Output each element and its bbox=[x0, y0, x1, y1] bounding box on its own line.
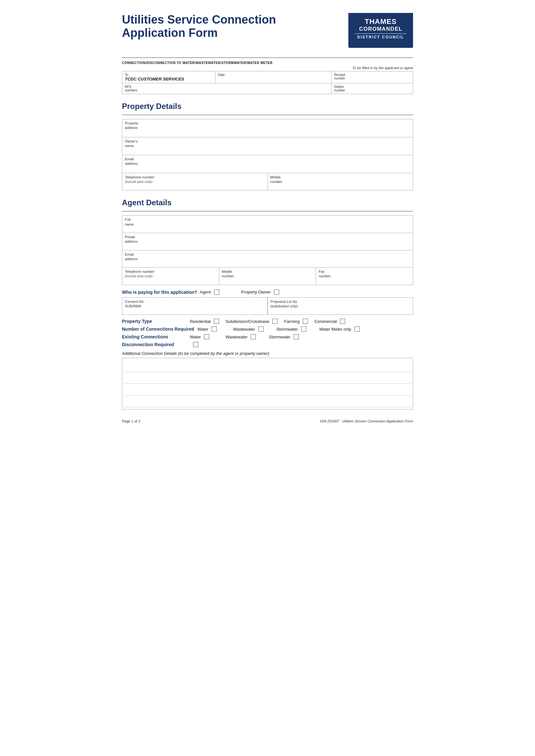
filled-by-note: To be filled in by the applicant or agen… bbox=[122, 66, 413, 70]
residential-checkbox[interactable] bbox=[214, 319, 219, 324]
to-label: To bbox=[125, 73, 212, 77]
property-owner-payer-item: Property Owner bbox=[241, 290, 279, 295]
mobile-input[interactable] bbox=[270, 184, 410, 188]
property-details-heading: Property Details bbox=[122, 102, 413, 111]
connections-required-row: Number of Connections Required Water Was… bbox=[122, 326, 413, 332]
conn-stormwater-label: Stormwater bbox=[276, 327, 298, 332]
exist-stormwater-item: Stormwater bbox=[269, 334, 298, 339]
paying-row: Who is paying for this application? Agen… bbox=[122, 290, 413, 295]
agent-mobile-label: Mobilenumber bbox=[222, 270, 234, 278]
exist-wastewater-label: Wastewater bbox=[225, 335, 247, 339]
page-title: Utilities Service Connection Application… bbox=[122, 13, 276, 40]
exist-stormwater-checkbox[interactable] bbox=[294, 334, 299, 339]
telephone-input[interactable] bbox=[125, 184, 265, 188]
top-divider bbox=[122, 58, 413, 58]
existing-connections-label: Existing Connections bbox=[122, 334, 187, 339]
residential-item: Residential bbox=[190, 319, 219, 324]
owners-name-input[interactable] bbox=[125, 149, 410, 153]
proposed-lot-input[interactable] bbox=[270, 308, 410, 313]
date-label: Date bbox=[218, 73, 329, 77]
exist-water-checkbox[interactable] bbox=[204, 334, 209, 339]
mobile-cell: Mobilenumber bbox=[268, 173, 413, 190]
agent-telephone-input[interactable] bbox=[125, 279, 216, 283]
additional-line-1 bbox=[124, 360, 411, 372]
farming-item: Farming bbox=[284, 319, 308, 324]
full-name-cell: Fullname bbox=[122, 216, 413, 233]
commercial-label: Commercial bbox=[314, 319, 337, 324]
property-address-input[interactable] bbox=[125, 131, 410, 135]
title-line1: Utilities Service Connection bbox=[122, 13, 276, 26]
consent-row: Consent NoSUB/RMA Proposed Lot No(subdiv… bbox=[122, 297, 413, 315]
agent-email-label: Emailaddress bbox=[125, 253, 137, 261]
agent-fax-cell: Faxnumber bbox=[316, 268, 413, 285]
agent-fax-input[interactable] bbox=[319, 279, 410, 283]
agent-details-heading: Agent Details bbox=[122, 198, 413, 207]
full-name-label: Fullname bbox=[125, 218, 134, 226]
property-address-cell: Propertyaddress bbox=[122, 119, 413, 137]
additional-section: Additional Connection Details (to be com… bbox=[122, 351, 413, 410]
agent-mobile-cell: Mobilenumber bbox=[219, 268, 316, 285]
conn-stormwater-checkbox[interactable] bbox=[301, 326, 306, 332]
email-address-input[interactable] bbox=[125, 167, 410, 171]
rfs-label2: numbers bbox=[125, 89, 329, 92]
additional-line-4 bbox=[124, 395, 411, 408]
consent-input[interactable] bbox=[125, 308, 265, 313]
agent-email-cell: Emailaddress bbox=[122, 251, 413, 268]
consent-label: Consent NoSUB/RMA bbox=[125, 300, 144, 308]
receipt-label2: number bbox=[334, 77, 410, 80]
email-address-cell: Emailaddress bbox=[122, 155, 413, 173]
conn-water-checkbox[interactable] bbox=[211, 326, 217, 332]
footer-right: V04-201607 Utilities Service Connection … bbox=[320, 419, 413, 423]
consent-cell: Consent NoSUB/RMA bbox=[122, 297, 268, 315]
exist-wastewater-checkbox[interactable] bbox=[251, 334, 256, 339]
conn-wastewater-checkbox[interactable] bbox=[259, 326, 264, 332]
page-footer: Page 1 of 2 V04-201607 Utilities Service… bbox=[122, 419, 413, 423]
agent-payer-checkbox[interactable] bbox=[214, 290, 219, 295]
farming-label: Farming bbox=[284, 319, 299, 324]
email-address-label: Emailaddress bbox=[125, 157, 137, 166]
commercial-checkbox[interactable] bbox=[340, 319, 345, 324]
conn-stormwater-item: Stormwater bbox=[276, 326, 306, 332]
subtitle-bar: CONNECTION/DISCONNECTION TO WATER/WASTEW… bbox=[122, 61, 413, 65]
agent-fields: Fullname Postaladdress Emailaddress Tele… bbox=[122, 215, 413, 285]
property-section-rule bbox=[122, 115, 413, 115]
footer-page: Page 1 of 2 bbox=[122, 419, 140, 423]
conn-water-meter-item: Water Meter only bbox=[319, 326, 360, 332]
page-header: Utilities Service Connection Application… bbox=[122, 13, 413, 48]
subdivision-checkbox[interactable] bbox=[272, 319, 277, 324]
connections-required-label: Number of Connections Required bbox=[122, 326, 194, 332]
postal-address-cell: Postaladdress bbox=[122, 233, 413, 250]
rfs-label: RFS bbox=[125, 85, 329, 89]
conn-water-item: Water bbox=[197, 326, 217, 332]
exist-water-label: Water bbox=[190, 335, 201, 339]
commercial-item: Commercial bbox=[314, 319, 345, 324]
postal-address-input[interactable] bbox=[125, 244, 410, 249]
exist-stormwater-label: Stormwater bbox=[269, 335, 290, 339]
property-type-row: Property Type Residential Subdivision/Cr… bbox=[122, 319, 413, 324]
subdivision-item: Subdivision/Crosslease bbox=[225, 319, 277, 324]
exist-wastewater-item: Wastewater bbox=[225, 334, 256, 339]
debtor-label2: number bbox=[334, 89, 410, 92]
property-owner-payer-checkbox[interactable] bbox=[274, 290, 279, 295]
conn-wastewater-label: Wastewater bbox=[233, 327, 255, 332]
logo-district: DISTRICT COUNCIL bbox=[355, 35, 407, 40]
agent-mobile-input[interactable] bbox=[222, 279, 313, 283]
full-name-input[interactable] bbox=[125, 227, 410, 231]
logo-coromandel: COROMANDEL bbox=[355, 26, 407, 32]
exist-water-item: Water bbox=[190, 334, 209, 339]
agent-email-input[interactable] bbox=[125, 261, 410, 266]
mobile-label: Mobilenumber bbox=[270, 175, 282, 184]
subdivision-label: Subdivision/Crosslease bbox=[225, 319, 269, 324]
debtor-label: Debtor bbox=[334, 85, 410, 89]
agent-telephone-label: Telephone number(include area code) bbox=[125, 270, 154, 278]
farming-checkbox[interactable] bbox=[303, 319, 308, 324]
agent-payer-item: Agent bbox=[200, 290, 219, 295]
postal-address-label: Postaladdress bbox=[125, 235, 137, 243]
additional-details-box[interactable] bbox=[122, 358, 413, 410]
telephone-label: Telephone number(include area code) bbox=[125, 175, 154, 184]
disconnection-checkbox[interactable] bbox=[193, 342, 198, 347]
date-input[interactable] bbox=[218, 77, 329, 81]
additional-label: Additional Connection Details (to be com… bbox=[122, 351, 413, 356]
conn-water-meter-checkbox[interactable] bbox=[354, 326, 360, 332]
title-line2: Application Form bbox=[122, 26, 218, 40]
